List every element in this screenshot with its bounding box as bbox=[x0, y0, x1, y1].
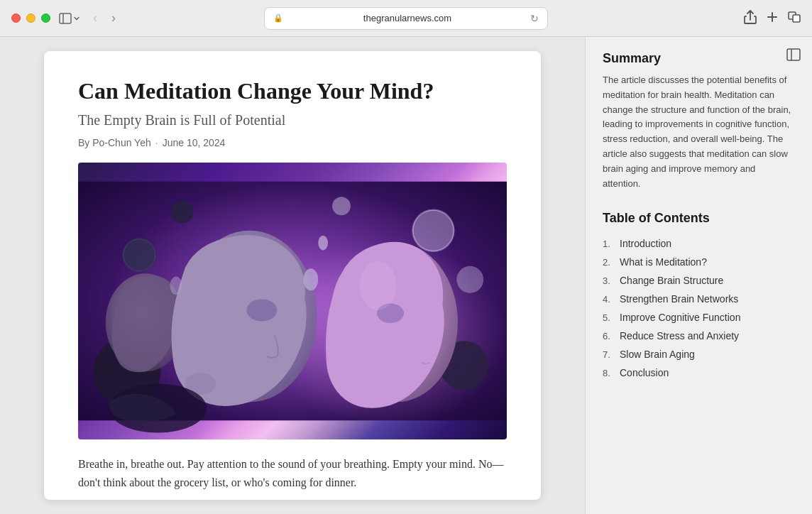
article-date: June 10, 2024 bbox=[163, 137, 226, 148]
summary-heading: Summary bbox=[603, 51, 795, 66]
traffic-lights bbox=[11, 13, 50, 23]
toc-num: 2. bbox=[603, 257, 615, 268]
svg-rect-0 bbox=[60, 13, 71, 23]
svg-point-9 bbox=[122, 238, 156, 272]
article-body-text: Breathe in, breathe out. Pay attention t… bbox=[78, 455, 507, 493]
reload-button[interactable]: ↻ bbox=[530, 13, 539, 24]
article-wrapper: Can Meditation Change Your Mind? The Emp… bbox=[0, 37, 585, 514]
share-button[interactable] bbox=[744, 10, 757, 27]
sidebar-toggle-button[interactable] bbox=[59, 13, 80, 24]
toc-heading: Table of Contents bbox=[603, 211, 795, 226]
svg-point-27 bbox=[170, 276, 182, 295]
close-button[interactable] bbox=[11, 13, 21, 23]
maximize-button[interactable] bbox=[41, 13, 50, 23]
svg-point-25 bbox=[304, 268, 319, 290]
svg-point-21 bbox=[246, 299, 277, 321]
toc-item[interactable]: 6.Reduce Stress and Anxiety bbox=[603, 327, 795, 345]
toc-list: 1.Introduction2.What is Meditation?3.Cha… bbox=[603, 234, 795, 382]
article-card: Can Meditation Change Your Mind? The Emp… bbox=[44, 51, 541, 500]
svg-rect-30 bbox=[787, 49, 800, 60]
toc-num: 1. bbox=[603, 239, 615, 249]
hero-image bbox=[78, 163, 507, 439]
toc-label: Change Brain Structure bbox=[620, 275, 723, 286]
toc-item[interactable]: 4.Strengthen Brain Networks bbox=[603, 290, 795, 308]
toolbar-right bbox=[744, 10, 801, 27]
tabs-view-button[interactable] bbox=[788, 11, 801, 26]
sidebar-icon bbox=[59, 13, 72, 24]
toc-item[interactable]: 3.Change Brain Structure bbox=[603, 271, 795, 290]
svg-point-12 bbox=[412, 209, 454, 252]
toc-label: Reduce Stress and Anxiety bbox=[620, 330, 739, 341]
article-author: By Po-Chun Yeh bbox=[78, 137, 151, 148]
reader-sidebar: Summary The article discusses the potent… bbox=[585, 37, 812, 514]
toc-num: 8. bbox=[603, 368, 615, 378]
toc-num: 4. bbox=[603, 294, 615, 305]
toc-num: 3. bbox=[603, 275, 615, 286]
toc-num: 7. bbox=[603, 349, 615, 360]
toc-label: What is Meditation? bbox=[620, 256, 707, 268]
summary-section: Summary The article discusses the potent… bbox=[603, 51, 795, 191]
toc-item[interactable]: 8.Conclusion bbox=[603, 363, 795, 382]
byline-separator: · bbox=[155, 137, 158, 148]
svg-rect-5 bbox=[793, 15, 800, 22]
toc-label: Improve Cognitive Function bbox=[620, 312, 740, 323]
nav-buttons: ‹ › bbox=[89, 9, 120, 27]
lock-icon: 🔒 bbox=[273, 13, 283, 23]
forward-button[interactable]: › bbox=[107, 9, 120, 27]
toc-item[interactable]: 2.What is Meditation? bbox=[603, 253, 795, 271]
toc-num: 6. bbox=[603, 331, 615, 341]
toc-item[interactable]: 7.Slow Brain Aging bbox=[603, 345, 795, 363]
toc-label: Conclusion bbox=[620, 367, 669, 378]
new-tab-button[interactable] bbox=[767, 11, 778, 26]
url-text: thegranularnews.com bbox=[287, 13, 527, 23]
browser-chrome: ‹ › 🔒 thegranularnews.com ↻ bbox=[0, 0, 812, 37]
article-title: Can Meditation Change Your Mind? bbox=[78, 77, 507, 105]
minimize-button[interactable] bbox=[26, 13, 35, 23]
toc-item[interactable]: 1.Introduction bbox=[603, 234, 795, 253]
hero-illustration bbox=[78, 163, 507, 439]
address-bar[interactable]: 🔒 thegranularnews.com ↻ bbox=[264, 7, 548, 30]
toc-label: Slow Brain Aging bbox=[620, 349, 695, 360]
toc-item[interactable]: 5.Improve Cognitive Function bbox=[603, 308, 795, 327]
toc-num: 5. bbox=[603, 312, 615, 323]
back-button[interactable]: ‹ bbox=[89, 9, 102, 27]
chevron-down-icon bbox=[73, 15, 80, 22]
toc-label: Introduction bbox=[620, 238, 671, 249]
article-subtitle: The Empty Brain is Full of Potential bbox=[78, 112, 507, 128]
browser-content: Can Meditation Change Your Mind? The Emp… bbox=[0, 37, 812, 514]
svg-point-14 bbox=[456, 266, 483, 293]
summary-text: The article discusses the potential bene… bbox=[603, 73, 795, 191]
toc-label: Strengthen Brain Networks bbox=[620, 293, 738, 305]
svg-point-17 bbox=[332, 197, 351, 215]
svg-point-11 bbox=[171, 201, 193, 223]
svg-point-26 bbox=[318, 236, 328, 251]
toc-section: Table of Contents 1.Introduction2.What i… bbox=[603, 211, 795, 382]
article-byline: By Po-Chun Yeh · June 10, 2024 bbox=[78, 137, 507, 148]
svg-point-24 bbox=[360, 261, 397, 310]
sidebar-panel-toggle-button[interactable] bbox=[786, 48, 801, 65]
